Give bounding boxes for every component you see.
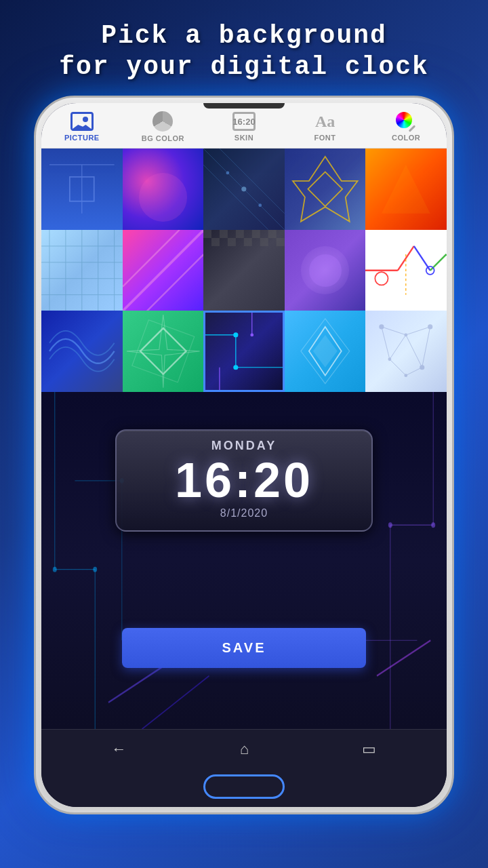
svg-line-66 — [422, 327, 430, 368]
back-button[interactable]: ← — [98, 738, 140, 761]
home-pill[interactable] — [203, 774, 285, 799]
svg-marker-11 — [382, 165, 430, 214]
wallpaper-item[interactable] — [285, 149, 366, 230]
svg-line-21 — [123, 230, 204, 311]
svg-rect-41 — [140, 328, 186, 374]
tab-font[interactable]: Aa FONT — [285, 103, 366, 148]
svg-rect-33 — [277, 238, 285, 246]
svg-line-67 — [390, 359, 406, 376]
tab-font-label: FONT — [314, 134, 336, 142]
tab-color-label: COLOR — [392, 134, 420, 142]
font-icon: Aa — [315, 113, 335, 131]
svg-point-59 — [420, 366, 425, 370]
tab-skin-label: SKIN — [235, 134, 253, 142]
tab-bg-color-label: BG COLOR — [142, 134, 184, 142]
save-button[interactable]: SAVE — [122, 628, 366, 668]
header-title: Pick a background for your digital clock — [32, 0, 456, 96]
wallpaper-item[interactable] — [41, 149, 123, 230]
wallpaper-item[interactable] — [41, 230, 123, 311]
svg-rect-24 — [203, 230, 211, 238]
svg-line-61 — [382, 327, 406, 335]
wallpaper-item[interactable] — [203, 149, 285, 230]
svg-rect-10 — [308, 172, 342, 207]
svg-line-65 — [406, 335, 422, 368]
tab-color[interactable]: COLOR — [365, 103, 447, 148]
svg-rect-27 — [228, 238, 236, 246]
svg-rect-25 — [211, 238, 220, 246]
wallpaper-item[interactable] — [203, 230, 285, 311]
color-icon — [396, 112, 416, 131]
wallpaper-item[interactable] — [285, 230, 366, 311]
home-pill-bar — [41, 769, 447, 807]
svg-rect-30 — [252, 230, 260, 238]
svg-rect-26 — [220, 230, 228, 238]
svg-point-74 — [53, 567, 57, 572]
svg-line-37 — [430, 254, 447, 271]
svg-line-63 — [382, 327, 390, 359]
content-area: MONDAY 16:20 8/1/2020 SAVE — [41, 392, 447, 729]
svg-point-49 — [233, 333, 238, 338]
wallpaper-item[interactable] — [41, 311, 123, 392]
svg-line-62 — [406, 327, 430, 335]
svg-point-8 — [241, 186, 246, 191]
svg-point-7 — [259, 204, 262, 208]
svg-line-22 — [123, 230, 180, 287]
wallpaper-item[interactable] — [365, 230, 447, 311]
svg-line-64 — [390, 335, 406, 359]
home-button[interactable]: ⌂ — [226, 738, 262, 761]
svg-rect-31 — [260, 238, 268, 246]
clock-widget: MONDAY 16:20 8/1/2020 — [115, 429, 373, 532]
tab-picture-label: PICTURE — [64, 134, 100, 142]
svg-point-50 — [251, 334, 254, 337]
wallpaper-grid — [41, 149, 447, 392]
tab-bar: PICTURE BG COLOR 16:20 SKIN Aa FONT — [41, 103, 447, 149]
wallpaper-item[interactable] — [123, 230, 204, 311]
svg-rect-32 — [268, 230, 277, 238]
wallpaper-item[interactable] — [365, 311, 447, 392]
svg-line-85 — [377, 640, 430, 675]
wallpaper-item[interactable] — [365, 149, 447, 230]
wallpaper-item[interactable] — [203, 311, 285, 392]
svg-line-68 — [406, 368, 422, 376]
tab-picture[interactable]: PICTURE — [41, 103, 123, 148]
svg-point-82 — [388, 522, 392, 528]
nav-bar: ← ⌂ ▭ — [41, 729, 447, 769]
clock-day: MONDAY — [130, 439, 358, 453]
clock-date: 8/1/2020 — [130, 507, 358, 519]
save-button-container: SAVE — [122, 628, 366, 668]
svg-rect-29 — [244, 238, 252, 246]
svg-point-51 — [233, 366, 238, 370]
svg-line-23 — [146, 254, 203, 311]
wallpaper-item[interactable] — [285, 311, 366, 392]
recent-button[interactable]: ▭ — [348, 738, 390, 761]
svg-line-4 — [203, 165, 268, 230]
svg-line-84 — [142, 676, 209, 730]
svg-point-81 — [431, 522, 435, 528]
phone-notch — [203, 103, 285, 108]
svg-marker-9 — [293, 157, 358, 222]
tab-bg-color[interactable]: BG COLOR — [123, 103, 204, 148]
picture-icon — [70, 112, 94, 131]
svg-line-35 — [398, 246, 414, 271]
svg-rect-28 — [236, 230, 244, 238]
wallpaper-item[interactable] — [123, 149, 204, 230]
skin-icon: 16:20 — [232, 112, 256, 131]
svg-line-5 — [220, 149, 285, 214]
phone-frame: PICTURE BG COLOR 16:20 SKIN Aa FONT — [34, 96, 454, 814]
svg-point-75 — [93, 567, 97, 572]
bg-color-icon — [152, 111, 173, 132]
clock-time: 16:20 — [130, 456, 358, 505]
wallpaper-item[interactable] — [123, 311, 204, 392]
tab-skin[interactable]: 16:20 SKIN — [203, 103, 285, 148]
svg-point-6 — [226, 172, 230, 175]
svg-point-39 — [375, 272, 388, 285]
